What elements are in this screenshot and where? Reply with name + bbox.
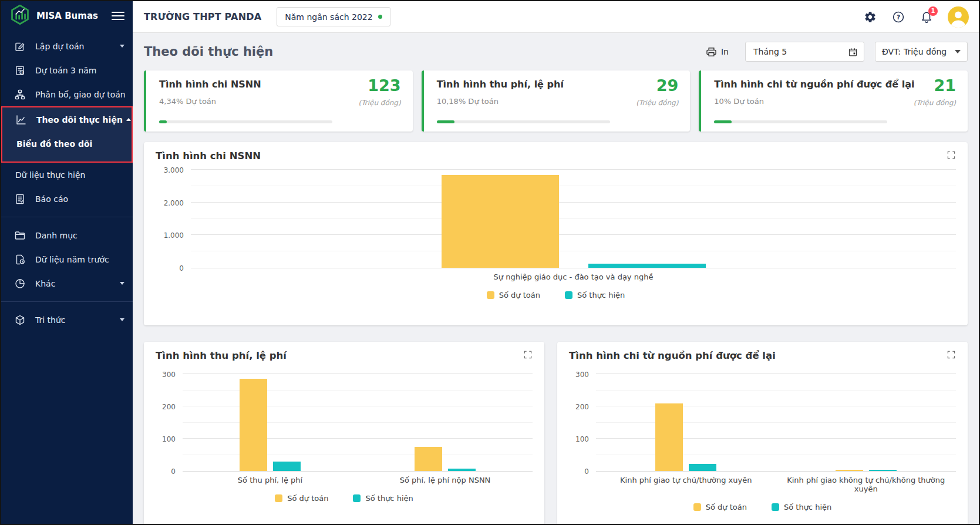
svg-text:3: 3 [21, 70, 23, 74]
printer-icon [706, 46, 717, 58]
month-value: Tháng 5 [753, 47, 787, 56]
fullscreen-expand-icon[interactable] [947, 150, 956, 162]
sidebar-item-label: Lập dự toán [35, 42, 116, 51]
legend-item[interactable]: Số dự toán [487, 291, 540, 299]
category-bars [191, 170, 956, 268]
hamburger-menu-icon[interactable] [112, 9, 124, 22]
budget-year-label: Năm ngân sách 2022 [285, 12, 372, 22]
y-tick-label: 200 [575, 403, 589, 411]
category-label: Kinh phí giao không tự chủ/không thường … [776, 476, 957, 493]
y-tick-label: 3.000 [164, 166, 184, 174]
sidebar-divider [1, 217, 133, 217]
legend-item[interactable]: Số dự toán [693, 503, 747, 511]
user-avatar[interactable] [948, 6, 969, 28]
sidebar-item-label: Danh mục [35, 231, 124, 240]
sidebar-item-khac[interactable]: Khác [1, 271, 133, 295]
calendar-icon [848, 47, 858, 57]
sidebar-item-bieu-do-theo-doi[interactable]: Biểu đồ theo dõi [2, 132, 132, 156]
sidebar-menu: Lập dự toán3Dự toán 3 nămPhân bổ, giao d… [1, 34, 133, 332]
chart-title: Tình hình thu phí, lệ phí [156, 350, 287, 361]
y-tick-label: 0 [179, 264, 184, 272]
sidebar-item-label: Theo dõi thực hiện [36, 115, 123, 124]
month-picker[interactable]: Tháng 5 [745, 42, 864, 62]
card-title: Tình hình chi NSNN [159, 79, 401, 90]
legend-label: Số dự toán [706, 503, 747, 511]
chevron-down-icon [955, 50, 961, 53]
legend-swatch [772, 503, 779, 511]
settings-gear-icon[interactable] [863, 10, 877, 24]
svg-text:?: ? [897, 13, 900, 20]
category-bars [183, 375, 358, 471]
category-label: Sự nghiệp giáo dục - đào tạo và dạy nghề [191, 272, 956, 281]
card-value: 21 [934, 76, 956, 95]
misa-logo-icon [9, 4, 31, 28]
bar-số-dự-toán [240, 379, 267, 471]
notification-badge: 1 [928, 6, 938, 16]
legend-swatch [693, 503, 701, 511]
sidebar-item-label: Dự toán 3 năm [35, 66, 124, 75]
sidebar-item-du-lieu-thuc-hien[interactable]: Dữ liệu thực hiện [1, 163, 133, 187]
line-chart-icon [15, 114, 27, 126]
sitemap-icon [14, 89, 26, 100]
category-bars [776, 375, 957, 471]
legend-label: Số dự toán [287, 494, 328, 503]
sidebar-item-danh-muc[interactable]: Danh mục [1, 223, 133, 247]
sidebar-item-du-lieu-nam-truoc[interactable]: Dữ liệu năm trước [1, 247, 133, 271]
sidebar: MISA Bumas Lập dự toán3Dự toán 3 nămPhân… [1, 1, 133, 524]
cube-icon [14, 314, 26, 326]
legend-label: Số dự toán [499, 291, 540, 299]
chart-plot-area [596, 375, 956, 472]
chart-plot-area [183, 375, 533, 472]
budget-year-selector[interactable]: Năm ngân sách 2022 [277, 7, 390, 26]
chart-legend: Số dự toánSố thực hiện [569, 503, 956, 511]
fullscreen-expand-icon[interactable] [947, 350, 956, 362]
chevron-down-icon [120, 318, 124, 321]
print-button[interactable]: In [706, 46, 729, 58]
legend-swatch [487, 291, 494, 299]
sidebar-item-bao-cao[interactable]: Báo cáo [1, 187, 133, 211]
sidebar-item-tri-thuc[interactable]: Tri thức [1, 308, 133, 332]
y-tick-label: 200 [162, 403, 176, 411]
sidebar-item-label: Phân bổ, giao dự toán [35, 90, 126, 99]
chart-legend: Số dự toánSố thực hiện [156, 494, 533, 503]
bar-số-dự-toán [836, 470, 863, 471]
unit-dropdown[interactable]: ĐVT: Triệu đồng [875, 42, 968, 62]
sidebar-item-label: Khác [35, 279, 116, 288]
brand-name: MISA Bumas [36, 11, 112, 21]
summary-card: Tình hình chi từ nguồn phí được để lại10… [699, 70, 968, 132]
y-tick-label: 300 [162, 371, 176, 379]
report-icon [14, 193, 26, 205]
chart-plot-area [191, 170, 956, 268]
summary-cards: Tình hình chi NSNN4,34% Dự toán123(Triệu… [144, 70, 968, 132]
fullscreen-expand-icon[interactable] [523, 350, 533, 362]
bar-số-dự-toán [415, 447, 442, 471]
sidebar-item-label: Báo cáo [35, 194, 124, 204]
unit-prefix: ĐVT: [882, 47, 901, 56]
legend-label: Số thực hiện [577, 291, 625, 299]
sidebar-item-phan-bo-giao-du-toan[interactable]: Phân bổ, giao dự toán [1, 82, 133, 106]
notifications-bell-icon[interactable]: 1 [920, 10, 934, 24]
sidebar-item-theo-doi-thuc-hien[interactable]: Theo dõi thực hiện [2, 107, 132, 132]
main-content: Theo dõi thực hiện In Tháng 5 ĐVT: Triệu… [133, 33, 979, 524]
topbar: TRƯỜNG THPT PANDA Năm ngân sách 2022 ? 1 [133, 1, 979, 33]
chart-card-chi-nguon-phi: Tình hình chi từ nguồn phí được để lại01… [557, 342, 968, 524]
sidebar-item-du-toan-3-nam[interactable]: 3Dự toán 3 năm [1, 58, 133, 82]
sidebar-divider [1, 301, 133, 302]
help-icon[interactable]: ? [891, 10, 905, 24]
card-progress-bar [714, 120, 887, 123]
sidebar-item-label: Dữ liệu năm trước [35, 255, 124, 264]
legend-item[interactable]: Số thực hiện [772, 503, 831, 511]
legend-item[interactable]: Số thực hiện [565, 291, 625, 299]
chart-title: Tình hình chi từ nguồn phí được để lại [569, 350, 776, 361]
sidebar-item-label: Tri thức [35, 315, 116, 325]
card-value: 29 [656, 76, 679, 95]
gridline [191, 169, 956, 170]
sidebar-item-lap-du-toan[interactable]: Lập dự toán [1, 34, 133, 58]
legend-item[interactable]: Số thực hiện [353, 494, 413, 503]
y-tick-label: 0 [584, 467, 589, 476]
gridline [183, 373, 533, 374]
chevron-down-icon [120, 282, 124, 285]
card-progress-bar [437, 120, 610, 123]
y-tick-label: 100 [162, 435, 176, 443]
legend-item[interactable]: Số dự toán [275, 494, 328, 503]
